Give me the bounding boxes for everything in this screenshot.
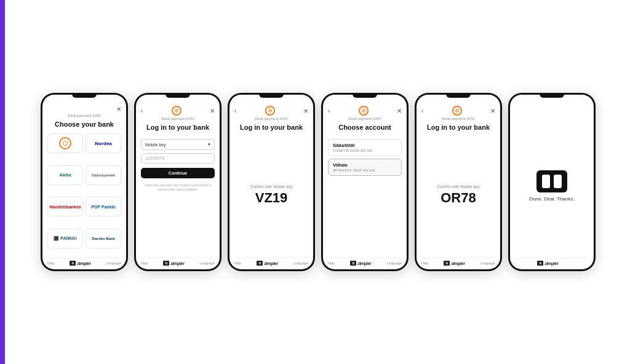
help-link-1[interactable]: Help [47, 261, 54, 265]
close-icon-2[interactable]: ✕ [210, 108, 215, 114]
account-tile-viihde[interactable]: Viihde 9875043201 43210 IKS 000 [328, 159, 402, 176]
bank-saasto[interactable]: Säästöpankki [86, 165, 121, 185]
done-logo-svg [542, 175, 562, 188]
bank-danske[interactable]: Danske Bank [86, 229, 121, 248]
close-icon-3[interactable]: ✕ [303, 108, 308, 114]
zimpler-logo-3: N zimpler [257, 261, 277, 266]
op-dot-4 [363, 110, 364, 111]
back-button-2[interactable]: ‹ [141, 108, 143, 114]
help-link-5[interactable]: Help [421, 261, 428, 265]
help-link-4[interactable]: Help [328, 261, 335, 265]
back-button-3[interactable]: ‹ [234, 108, 236, 114]
notch-6 [540, 93, 564, 98]
back-button-5[interactable]: ‹ [421, 108, 423, 114]
zimpler-icon-1: N [70, 261, 76, 266]
done-screen-6: Done. Deal. Thanks. [515, 114, 589, 258]
phone-6-header: ‹ ✕ [515, 106, 589, 113]
method-select-2[interactable]: Mobile key ▾ [141, 139, 215, 150]
help-link-2[interactable]: Help [141, 261, 148, 265]
screen-title-2: Log in to your bank [141, 123, 215, 132]
lang-link-5[interactable]: Language [480, 261, 495, 265]
zimpler-text-2: zimpler [170, 261, 184, 266]
lang-link-3[interactable]: Language [293, 261, 308, 265]
continue-button-2[interactable]: Continue [141, 168, 215, 178]
account-tile-saasto[interactable]: Säästötili FI3490780 00234 IKS 500 [328, 139, 402, 156]
phone-2: ‹ ✕ Bank payment €250 Log in to your ban… [134, 93, 221, 271]
accent-bar [0, 0, 5, 364]
done-logo-6 [536, 170, 567, 192]
payment-label-4: Bank payment €250 [328, 117, 402, 121]
zimpler-icon-5: N [444, 261, 450, 266]
zimpler-logo-1: N zimpler [70, 261, 90, 266]
close-icon-1[interactable]: ✕ [116, 106, 121, 113]
account-iban-saasto: FI3490780 00234 IKS 500 [333, 149, 397, 152]
account-name-saasto: Säästötili [333, 143, 397, 148]
screen-title-5: Log in to your bank [421, 123, 495, 132]
bank-aktia[interactable]: Aktia [47, 165, 83, 185]
zimpler-icon-4: N [350, 261, 356, 266]
op-dot-3 [269, 110, 271, 111]
zimpler-text-1: zimpler [77, 261, 90, 266]
close-icon-4[interactable]: ✕ [397, 108, 402, 114]
pankki-label: ⬛ PANKKI [54, 236, 76, 241]
svg-rect-0 [542, 175, 550, 188]
handels-label: Handelsbanken [49, 205, 81, 209]
method-label-2: Mobile key [145, 143, 165, 147]
payment-label-5: Bank payment €250 [421, 117, 495, 121]
input-placeholder-2: 12345678 [145, 156, 164, 160]
bank-op[interactable] [47, 133, 83, 153]
phone-6: ‹ ✕ Done. Deal. Thanks. Help [508, 93, 596, 271]
account-list-4: Säästötili FI3490780 00234 IKS 500 Viihd… [328, 139, 402, 258]
op-logo-3 [265, 106, 275, 116]
bank-pop[interactable]: POP Pankki [86, 197, 121, 216]
saasto-label: Säästöpankki [92, 173, 116, 177]
phone-4-header: ‹ ✕ [328, 106, 402, 116]
zimpler-text-5: zimpler [451, 261, 465, 266]
login-form-2: Mobile key ▾ 12345678 Continue Jatkamall… [141, 139, 215, 258]
confirm-area-5: Confirm with Mobile key OR78 [421, 136, 495, 258]
op-logo-inner-5 [455, 109, 459, 113]
phone-3: ‹ ✕ Bank payment €250 Log in to your ban… [228, 93, 315, 271]
op-logo-4 [359, 106, 369, 116]
phone-1-header: ‹ ✕ [47, 106, 121, 113]
account-iban-viihde: 9875043201 43210 IKS 000 [333, 168, 397, 172]
zimpler-icon-6: N [537, 261, 543, 266]
svg-rect-1 [554, 175, 562, 188]
help-link-3[interactable]: Help [234, 261, 241, 265]
zimpler-icon-3: N [257, 261, 263, 266]
phone-5-header: ‹ ✕ [421, 106, 495, 116]
code-3: VZ19 [255, 190, 288, 206]
code-5: OR78 [441, 190, 476, 206]
payment-label-1: Bank payment €250 [47, 114, 121, 117]
back-button-4[interactable]: ‹ [328, 108, 330, 114]
phone-2-footer: Help N zimpler Language [141, 258, 215, 266]
bank-handels[interactable]: Handelsbanken [47, 197, 83, 216]
notch-3 [259, 93, 284, 98]
zimpler-logo-2: N zimpler [163, 261, 184, 266]
op-logo-inner-2 [175, 109, 178, 113]
phone-1-footer: Help N zimpler Language [47, 258, 121, 266]
phone-4: ‹ ✕ Bank payment €250 Choose account Sää… [321, 93, 409, 271]
screen-title-1: Choose your bank [47, 120, 121, 129]
nordea-label: Nordea [95, 141, 112, 146]
bank-nordea[interactable]: Nordea [86, 133, 121, 153]
phone-5: ‹ ✕ Bank payment €250 Log in to your ban… [415, 93, 502, 271]
notch-1 [72, 93, 97, 98]
zimpler-logo-5: N zimpler [444, 261, 465, 266]
phones-row: ‹ ✕ Bank payment €250 Choose your bank [16, 93, 614, 271]
lang-link-2[interactable]: Language [200, 261, 215, 265]
op-dot-5 [457, 110, 458, 111]
lang-link-4[interactable]: Language [387, 261, 402, 265]
zimpler-text-6: zimpler [544, 261, 558, 266]
payment-label-2: Bank payment €250 [141, 117, 215, 121]
zimpler-logo-6: N zimpler [537, 261, 558, 266]
op-dot-2 [176, 110, 177, 111]
bank-pankki[interactable]: ⬛ PANKKI [47, 229, 83, 248]
phone-5-footer: Help N zimpler Language [421, 258, 495, 266]
close-icon-5[interactable]: ✕ [490, 108, 495, 114]
zimpler-logo-4: N zimpler [350, 261, 371, 266]
user-input-2[interactable]: 12345678 [141, 153, 215, 164]
disclaimer-2: Jatkamalla vahvistat, että hyväksyt käyt… [141, 183, 215, 192]
lang-link-1[interactable]: Language [106, 261, 121, 265]
phone-1: ‹ ✕ Bank payment €250 Choose your bank [41, 93, 128, 271]
